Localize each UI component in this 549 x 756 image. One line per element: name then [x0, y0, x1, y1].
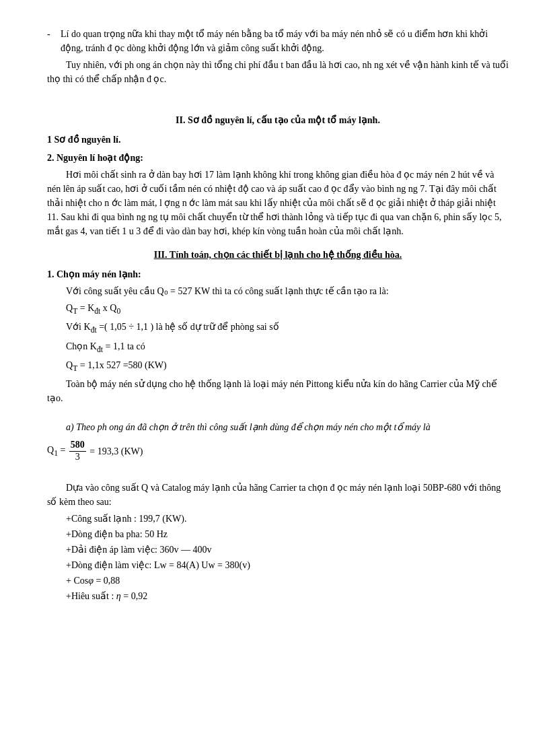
- italic-para-text: a) Theo ph ong án đã chọn ở trên thì côn…: [66, 422, 431, 432]
- formula-kdt-1-text: Với Kđt =( 1,05 ÷ 1,1 ) là hệ số dự trữ …: [66, 322, 279, 332]
- formula-qt: QT = Kđt x Q0: [66, 301, 509, 317]
- section-3-title: III. Tính toán, chọn các thiết bị lạnh c…: [154, 250, 402, 260]
- bullet-6-text: +Hiêu suất : η = 0,92: [66, 591, 147, 601]
- formula-kdt-1: Với Kđt =( 1,05 ÷ 1,1 ) là hệ số dự trữ …: [66, 320, 509, 336]
- q1-numerator: 580: [69, 440, 86, 452]
- q1-formula: Q1 = 580 3 = 193,3 (KW): [47, 440, 509, 463]
- bullet-3: +Dải điện áp làm việc: 360v — 400v: [66, 543, 509, 557]
- formula-qt-val-text: QT = 1,1x 527 =580 (KW): [66, 360, 167, 370]
- bullet-1: +Công suất lạnh : 199,7 (KW).: [66, 512, 509, 526]
- bullet-2-text: +Dòng điện ba pha: 50 Hz: [66, 529, 168, 539]
- bullet-1-text: +Công suất lạnh : 199,7 (KW).: [66, 514, 187, 524]
- q1-fraction: 580 3: [69, 440, 86, 463]
- dash-item-1: - Lí do quan trọng nữa khi thay một tổ m…: [47, 27, 509, 55]
- sub2-heading: 2. Nguyên lí hoạt động:: [47, 151, 509, 165]
- sub1-title: 1 Sơ đồ nguyên lí.: [47, 135, 120, 145]
- bullet-4-text: +Dòng điện làm việc: Lw = 84(A) Uw = 380…: [66, 560, 250, 570]
- formula-kdt-2: Chọn Kđt = 1,1 ta có: [66, 339, 509, 355]
- bullet-6: +Hiêu suất : η = 0,92: [66, 589, 509, 603]
- bullet-4: +Dòng điện làm việc: Lw = 84(A) Uw = 380…: [66, 558, 509, 572]
- paragraph-3: Với công suất yêu cầu Q₀ = 527 KW thì ta…: [47, 284, 509, 298]
- page: - Lí do quan trọng nữa khi thay một tổ m…: [47, 27, 509, 603]
- q1-value: = 193,3 (KW): [87, 444, 143, 458]
- bullet-3-text: +Dải điện áp làm việc: 360v — 400v: [66, 545, 212, 555]
- paragraph-1: Tuy nhiên, với ph ong án chọn này thì tổ…: [47, 58, 509, 86]
- sub2-title: 2. Nguyên lí hoạt động:: [47, 153, 143, 163]
- formula-qt-value: QT = 1,1x 527 =580 (KW): [66, 358, 509, 374]
- bullet-5: + Cosφ = 0,88: [66, 574, 509, 588]
- paragraph-2: Hơi môi chất sinh ra ở dàn bay hơi 17 là…: [47, 168, 509, 238]
- sub1-heading: 1 Sơ đồ nguyên lí.: [47, 133, 509, 147]
- paragraph-4: Toàn bộ máy nén sử dụng cho hệ thống lạn…: [47, 377, 509, 405]
- section-3-heading: III. Tính toán, chọn các thiết bị lạnh c…: [47, 248, 509, 262]
- bullet-5-text: + Cosφ = 0,88: [66, 576, 120, 586]
- q1-denominator: 3: [74, 452, 81, 463]
- italic-paragraph: a) Theo ph ong án đã chọn ở trên thì côn…: [47, 420, 509, 434]
- formula-qt-text: QT = Kđt x Q0: [66, 303, 120, 313]
- formula-kdt-2-text: Chọn Kđt = 1,1 ta có: [66, 341, 145, 351]
- section-2-heading: II. Sơ đồ nguyên lí, cấu tạo của một tổ …: [47, 113, 509, 127]
- bullet-2: +Dòng điện ba pha: 50 Hz: [66, 527, 509, 541]
- sub3-heading: 1. Chọn máy nén lạnh:: [47, 267, 509, 281]
- dash-symbol: -: [47, 27, 61, 55]
- paragraph-5: Dựa vào công suất Q và Catalog máy lạnh …: [47, 481, 509, 509]
- q1-label: Q1 =: [47, 443, 68, 459]
- section-2-title: II. Sơ đồ nguyên lí, cấu tạo của một tổ …: [176, 115, 380, 125]
- dash-item-1-text: Lí do quan trọng nữa khi thay một tổ máy…: [61, 27, 509, 55]
- sub3-title: 1. Chọn máy nén lạnh:: [47, 269, 141, 279]
